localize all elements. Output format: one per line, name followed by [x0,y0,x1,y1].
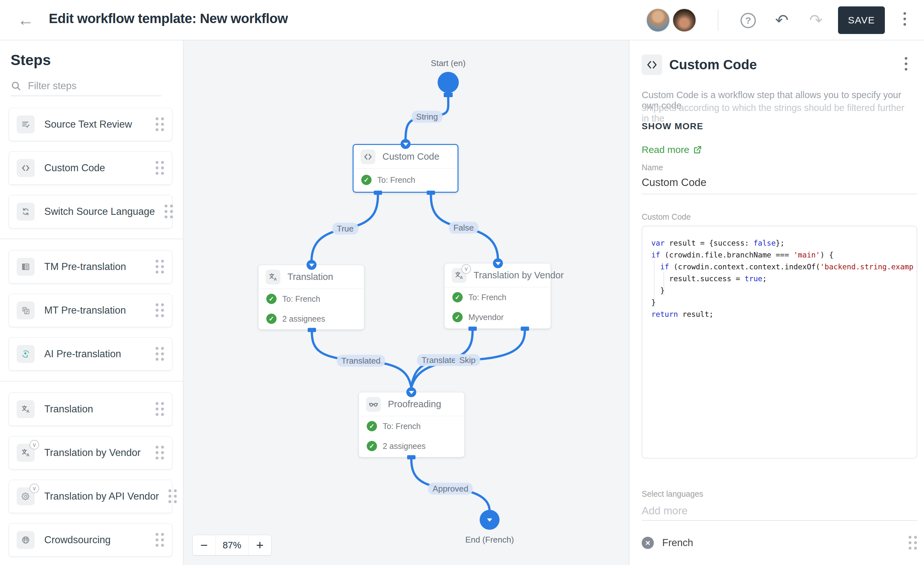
name-input[interactable] [642,176,917,194]
show-more-button[interactable]: SHOW MORE [642,121,703,132]
node-title: Custom Code [382,151,439,162]
save-button[interactable]: SAVE [838,6,885,34]
sidebar-item-source-text-review[interactable]: Source Text Review [9,108,172,141]
sidebar-item-translation-by-api-vendor[interactable]: vTranslation by API Vendor [9,480,172,513]
start-output-port[interactable] [444,93,453,97]
code-content: var result = {success: false};if (crowdi… [651,237,914,320]
avatar[interactable] [646,8,670,32]
drag-handle-icon[interactable] [156,117,164,132]
sidebar-item-tm-pre-translation[interactable]: TM Pre-translation [9,250,172,283]
zoom-out-button[interactable]: − [193,535,215,555]
custom-code-editor[interactable]: var result = {success: false};if (crowdi… [642,226,917,459]
step-label: Translation by API Vendor [44,491,159,502]
step-label: Translation by Vendor [44,447,146,459]
svg-text:A: A [26,453,29,457]
drag-handle-icon[interactable] [156,347,164,361]
sidebar-item-translation[interactable]: ATranslation [9,393,172,426]
ai-icon [16,345,34,363]
drag-handle-icon[interactable] [909,536,917,550]
edge-label-translated: Translated [337,355,385,367]
node-check-text: 2 assignees [383,442,425,451]
filter-steps-field[interactable] [10,76,161,96]
steps-sidebar: Steps Source Text ReviewCustom CodeSwitc… [0,40,183,565]
external-link-icon [693,145,702,154]
input-port-arrow-icon [307,260,316,270]
node-proofreading[interactable]: Proofreading ✓ To: French ✓ 2 assignees [359,392,465,457]
zoom-level: 87% [215,535,249,555]
steps-heading: Steps [10,51,51,69]
globe-icon [16,531,34,549]
vendor-badge: v [30,440,39,450]
output-port-translated[interactable] [308,328,316,332]
steps-group-divider [0,238,183,239]
edge-label-false: False [449,222,478,234]
node-check-text: 2 assignees [282,314,325,324]
node-translation[interactable]: A Translation ✓ To: French ✓ 2 assignees [258,265,364,330]
node-check-text: To: French [282,294,320,304]
more-options-icon[interactable] [903,12,906,25]
sidebar-item-switch-source-language[interactable]: Switch Source Language [9,195,172,228]
search-input[interactable] [28,80,150,92]
check-icon: ✓ [367,441,377,451]
zoom-in-button[interactable]: + [249,535,271,555]
code-icon [361,150,375,164]
drag-handle-icon[interactable] [156,533,164,547]
drag-handle-icon[interactable] [156,161,164,175]
check-icon: ✓ [266,294,276,304]
switch-icon [16,203,34,220]
step-options-icon[interactable] [905,57,908,70]
drag-handle-icon[interactable] [156,446,164,460]
node-translation-by-vendor[interactable]: A v Translation by Vendor ✓ To: French ✓… [444,263,551,329]
drag-handle-icon[interactable] [168,489,177,504]
workflow-canvas[interactable]: Start (en) End (French) String True Fals… [183,40,629,565]
back-arrow-icon[interactable]: ← [15,10,36,30]
avatar[interactable] [672,8,696,32]
drag-handle-icon[interactable] [156,402,164,416]
output-port-true[interactable] [374,191,382,195]
read-more-label: Read more [642,144,689,155]
zoom-control: − 87% + [192,535,272,555]
undo-icon[interactable]: ↶ [775,11,789,30]
step-label: Custom Code [44,162,146,174]
sidebar-item-mt-pre-translation[interactable]: GMT Pre-translation [9,294,172,327]
header-divider [718,10,718,31]
read-more-link[interactable]: Read more [642,144,702,155]
sidebar-item-crowdsourcing[interactable]: Crowdsourcing [9,523,172,557]
sidebar-item-ai-pre-translation[interactable]: AI Pre-translation [9,337,172,371]
page-title: Edit workflow template: New workflow [49,11,288,26]
tm-icon [16,258,34,276]
input-port-arrow-icon [493,258,503,268]
output-port-false[interactable] [427,191,435,195]
output-port-skip[interactable] [521,327,529,331]
output-port-translated[interactable] [468,327,477,331]
sidebar-item-translation-by-vendor[interactable]: AvTranslation by Vendor [9,436,172,469]
input-port-arrow-icon [401,139,411,149]
step-label: Translation [44,403,146,415]
drag-handle-icon[interactable] [165,205,173,219]
drag-handle-icon[interactable] [156,260,164,274]
node-custom-code[interactable]: Custom Code ✓ To: French [352,144,459,193]
output-port-approved[interactable] [407,455,416,460]
check-icon: ✓ [266,313,276,324]
node-title: Proofreading [388,399,441,409]
sidebar-item-custom-code[interactable]: Custom Code [9,151,172,185]
vendor-badge: v [461,264,471,274]
help-icon[interactable]: ? [741,13,756,28]
drag-handle-icon[interactable] [156,303,164,318]
step-label: Crowdsourcing [44,534,146,546]
remove-language-icon[interactable]: × [642,537,654,549]
translate-icon: A [16,400,34,418]
steps-group-divider [0,381,183,382]
edge-label-approved: Approved [428,483,472,495]
start-node[interactable] [438,72,459,93]
add-language-input[interactable]: Add more [642,505,687,517]
end-node[interactable] [480,510,500,530]
workflow-edges [183,40,629,565]
code-icon [642,54,662,75]
check-icon: ✓ [452,312,463,322]
svg-text:A: A [460,275,463,280]
source-text-review-icon [16,115,34,133]
translate-icon: Av [16,444,34,462]
code-icon [16,159,34,177]
check-icon: ✓ [361,175,372,185]
